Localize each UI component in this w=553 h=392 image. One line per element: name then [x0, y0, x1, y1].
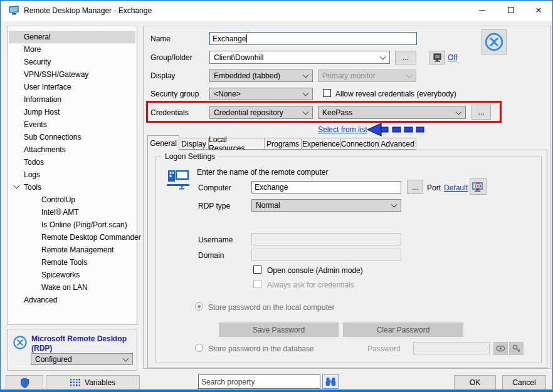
search-input[interactable]: [198, 374, 320, 389]
tab-label: Experience: [302, 140, 340, 148]
monitor-select[interactable]: Primary monitor: [318, 70, 416, 82]
off-link[interactable]: Off: [448, 53, 458, 62]
plugin-title: Microsoft Remote Desktop (RDP): [31, 334, 133, 353]
credentials-type-select[interactable]: Credential repository: [209, 106, 313, 119]
sidebar-item-label: Tools: [9, 183, 41, 192]
settings-nav-sidebar: General More Security VPN/SSH/Gateway Us…: [7, 26, 137, 325]
always-ask-checkbox[interactable]: [253, 280, 261, 288]
computer-browse-button[interactable]: ...: [407, 180, 423, 194]
sidebar-item-label: Security: [9, 58, 51, 66]
tab-advanced[interactable]: Advanced: [379, 138, 416, 150]
allow-reveal-checkbox[interactable]: [323, 89, 331, 97]
credentials-entry-select[interactable]: KeePass: [318, 106, 466, 119]
username-input[interactable]: [251, 233, 401, 245]
find-button[interactable]: [322, 374, 339, 389]
sidebar-item-security[interactable]: Security: [9, 56, 135, 68]
tab-label: Display: [181, 140, 206, 148]
maximize-button[interactable]: [497, 1, 525, 19]
port-scan-button[interactable]: [470, 178, 487, 195]
sidebar-item-label: User Interface: [9, 83, 71, 91]
sidebar-item-advanced[interactable]: Advanced: [9, 294, 135, 306]
tab-experience[interactable]: Experience: [302, 138, 341, 150]
sidebar-item-label: Spiceworks: [9, 271, 80, 279]
computer-input[interactable]: Exchange: [251, 181, 401, 193]
credentials-entry-value: KeePass: [322, 108, 352, 117]
sidebar-item-events[interactable]: Events: [9, 118, 135, 131]
sidebar-item-sub-connections[interactable]: Sub Connections: [9, 131, 135, 143]
select-from-list-link[interactable]: Select from list: [318, 125, 367, 134]
plugin-status-value: Configured: [35, 355, 72, 364]
save-password-button[interactable]: Save Password: [219, 322, 339, 337]
display-label: Display: [150, 71, 175, 80]
sidebar-item-general[interactable]: General: [9, 31, 135, 43]
sidebar-item-attachments[interactable]: Attachments: [9, 143, 135, 156]
name-input[interactable]: Exchange: [209, 32, 417, 45]
domain-input[interactable]: [251, 249, 401, 261]
sidebar-item-vpn-ssh-gateway[interactable]: VPN/SSH/Gateway: [9, 68, 135, 81]
app-icon: [9, 6, 20, 16]
variables-grid-icon: [70, 379, 80, 386]
store-local-radio[interactable]: [195, 302, 203, 311]
cancel-button[interactable]: Cancel: [502, 375, 546, 390]
port-label: Port: [427, 183, 441, 192]
password-input[interactable]: [413, 342, 490, 354]
chevron-down-icon: [303, 108, 309, 115]
sidebar-item-intel-amt[interactable]: Intel® AMT: [9, 206, 135, 219]
search-field-wrap: [198, 374, 320, 389]
variables-button[interactable]: Variables: [46, 375, 140, 390]
sidebar-item-wake-on-lan[interactable]: Wake on LAN: [9, 281, 135, 294]
sidebar-item-todos[interactable]: Todos: [9, 156, 135, 168]
host-status-button[interactable]: [429, 51, 445, 64]
tab-local-resources[interactable]: Local Resources: [209, 138, 265, 150]
sidebar-item-controlup[interactable]: ControlUp: [9, 193, 135, 206]
sidebar-item-label: Intel® AMT: [9, 208, 79, 217]
tab-connection[interactable]: Connection: [341, 138, 379, 150]
sidebar-item-user-interface[interactable]: User Interface: [9, 81, 135, 93]
security-group-value: <None>: [214, 90, 241, 98]
sidebar-item-remote-tools[interactable]: Remote Tools: [9, 256, 135, 269]
plugin-panel: Microsoft Remote Desktop (RDP) Configure…: [7, 329, 137, 371]
security-group-select[interactable]: <None>: [209, 88, 313, 100]
ok-button[interactable]: OK: [454, 375, 496, 390]
sidebar-item-tools[interactable]: Tools: [9, 181, 135, 193]
store-db-radio[interactable]: [195, 344, 203, 352]
reveal-password-button[interactable]: [493, 342, 508, 355]
rdp-logo-icon: [484, 32, 504, 52]
sidebar-item-label: Wake on LAN: [9, 283, 88, 292]
group-folder-select[interactable]: Client\Downhill: [209, 51, 390, 64]
plugin-status-select[interactable]: Configured: [31, 353, 133, 365]
group-folder-label: Group/folder: [150, 53, 192, 62]
sidebar-item-label: Attachments: [9, 145, 66, 154]
sidebar-item-jump-host[interactable]: Jump Host: [9, 106, 135, 118]
connection-type-button[interactable]: [482, 29, 507, 54]
monitor-value: Primary monitor: [322, 71, 376, 80]
sidebar-item-label: More: [9, 45, 41, 54]
tab-general[interactable]: General: [147, 135, 179, 150]
sidebar-item-remote-desktop-commander[interactable]: Remote Desktop Commander: [9, 231, 135, 244]
sidebar-item-more[interactable]: More: [9, 43, 135, 56]
password-tools-button[interactable]: [509, 342, 524, 355]
display-select[interactable]: Embedded (tabbed): [209, 70, 313, 82]
security-button[interactable]: [6, 375, 43, 390]
minimize-button[interactable]: [468, 1, 497, 19]
group-folder-browse-button[interactable]: ...: [395, 51, 416, 64]
clear-password-button[interactable]: Clear Password: [343, 322, 463, 337]
credentials-browse-button[interactable]: ...: [471, 105, 491, 120]
open-console-checkbox[interactable]: [253, 266, 261, 274]
rdp-type-select[interactable]: Normal: [251, 199, 401, 212]
chevron-down-icon: [380, 53, 386, 59]
sidebar-item-is-online[interactable]: Is Online (Ping/Port scan): [9, 219, 135, 231]
sidebar-item-remote-management[interactable]: Remote Management: [9, 244, 135, 256]
tab-programs[interactable]: Programs: [265, 138, 302, 150]
sidebar-item-logs[interactable]: Logs: [9, 168, 135, 181]
close-button[interactable]: ✕: [524, 1, 553, 19]
sidebar-item-label: Is Online (Ping/Port scan): [9, 220, 127, 229]
sidebar-item-information[interactable]: Information: [9, 93, 135, 106]
allow-reveal-label: Allow reveal credentials (everybody): [335, 90, 456, 98]
sidebar-item-spiceworks[interactable]: Spiceworks: [9, 269, 135, 281]
tab-display[interactable]: Display: [179, 138, 209, 150]
name-label: Name: [150, 34, 171, 43]
store-local-label: Store password on the local computer: [208, 303, 334, 312]
chevron-down-icon: [123, 355, 129, 361]
port-default-link[interactable]: Default: [444, 183, 468, 192]
